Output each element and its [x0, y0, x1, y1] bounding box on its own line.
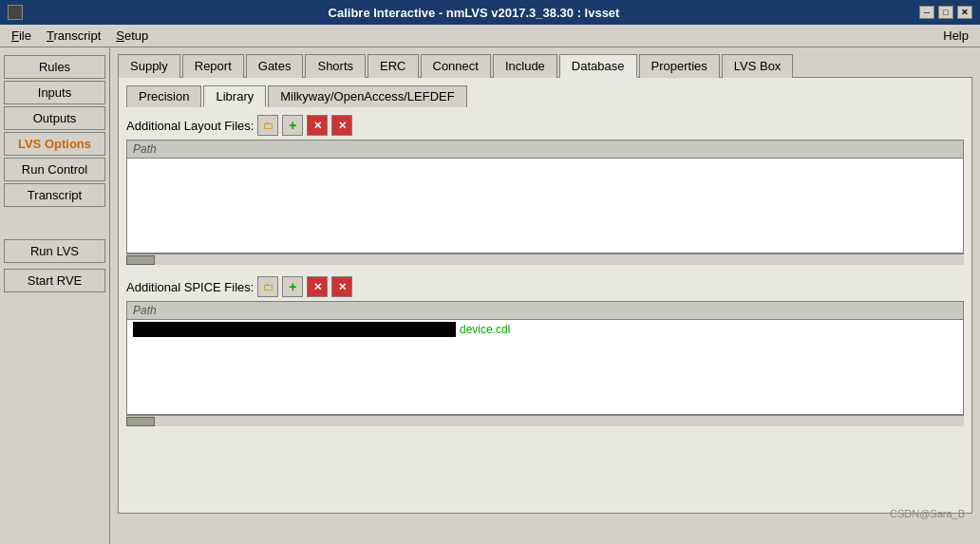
tab-gates[interactable]: Gates	[246, 54, 304, 78]
spice-file-entry: device.cdl	[127, 320, 963, 339]
tab-shorts[interactable]: Shorts	[305, 54, 366, 78]
content-area: Supply Report Gates Shorts ERC Connect I…	[110, 47, 980, 544]
sub-tabs: Precision Library Milkyway/OpenAccess/LE…	[126, 85, 964, 107]
spice-path-header: Path	[127, 302, 963, 320]
layout-folder-button[interactable]: 🗀	[257, 115, 278, 136]
spice-files-section: Additional SPICE Files: 🗀 + ✕ ✕ Path dev…	[126, 276, 964, 426]
tab-include[interactable]: Include	[493, 54, 557, 78]
close-button[interactable]: ✕	[957, 6, 972, 19]
layout-files-section: Additional Layout Files: 🗀 + ✕ ✕ Path	[126, 115, 964, 265]
title-icon	[8, 5, 23, 20]
layout-remove-all-button[interactable]: ✕	[331, 115, 352, 136]
spice-add-button[interactable]: +	[282, 276, 303, 297]
tab-erc[interactable]: ERC	[368, 54, 418, 78]
run-lvs-button[interactable]: Run LVS	[4, 239, 105, 263]
layout-add-button[interactable]: +	[282, 115, 303, 136]
layout-remove-button[interactable]: ✕	[307, 115, 328, 136]
spice-remove-button[interactable]: ✕	[307, 276, 328, 297]
subtab-milkyway[interactable]: Milkyway/OpenAccess/LEFDEF	[268, 85, 467, 107]
menu-file[interactable]: File	[4, 27, 39, 45]
watermark: CSDN@Sara_B	[110, 508, 965, 519]
sidebar-item-inputs[interactable]: Inputs	[4, 81, 105, 104]
menu-setup[interactable]: Setup	[108, 27, 156, 45]
subtab-library[interactable]: Library	[203, 85, 266, 107]
start-rve-button[interactable]: Start RVE	[4, 269, 105, 292]
layout-files-list: Path	[126, 140, 964, 253]
sidebar: Rules Inputs Outputs LVS Options Run Con…	[0, 47, 110, 544]
tab-database[interactable]: Database	[559, 54, 637, 78]
tab-supply[interactable]: Supply	[118, 54, 180, 78]
maximize-button[interactable]: □	[938, 6, 953, 19]
main-layout: Rules Inputs Outputs LVS Options Run Con…	[0, 47, 980, 544]
sidebar-item-run-control[interactable]: Run Control	[4, 158, 105, 181]
layout-path-header: Path	[127, 141, 963, 159]
minimize-button[interactable]: ─	[919, 6, 934, 19]
spice-scrollbar-h[interactable]	[126, 415, 964, 426]
spice-folder-button[interactable]: 🗀	[257, 276, 278, 297]
hidden-path	[133, 322, 456, 337]
sidebar-item-rules[interactable]: Rules	[4, 55, 105, 79]
sidebar-item-outputs[interactable]: Outputs	[4, 106, 105, 130]
spice-files-label: Additional SPICE Files: 🗀 + ✕ ✕	[126, 276, 964, 297]
sidebar-item-lvs-options[interactable]: LVS Options	[4, 132, 105, 156]
layout-scrollbar-h[interactable]	[126, 253, 964, 265]
spice-remove-all-button[interactable]: ✕	[331, 276, 352, 297]
window-title: Calibre Interactive - nmLVS v2017.3_38.3…	[28, 6, 919, 20]
menu-help[interactable]: Help	[935, 27, 976, 45]
main-panel: Precision Library Milkyway/OpenAccess/LE…	[118, 77, 972, 514]
top-tabs: Supply Report Gates Shorts ERC Connect I…	[118, 53, 972, 77]
tab-connect[interactable]: Connect	[421, 54, 491, 78]
sidebar-item-transcript[interactable]: Transcript	[4, 183, 105, 207]
layout-files-label: Additional Layout Files: 🗀 + ✕ ✕	[126, 115, 964, 136]
spice-files-list: Path device.cdl	[126, 301, 964, 415]
spice-scrollbar-thumb[interactable]	[126, 417, 155, 426]
menu-transcript[interactable]: Transcript	[39, 27, 108, 45]
layout-scrollbar-thumb[interactable]	[126, 255, 155, 265]
tab-report[interactable]: Report	[182, 54, 244, 78]
tab-lvs-box[interactable]: LVS Box	[722, 54, 794, 78]
cdl-filename: device.cdl	[460, 323, 510, 336]
menubar: File Transcript Setup Help	[0, 25, 980, 47]
titlebar: Calibre Interactive - nmLVS v2017.3_38.3…	[0, 0, 980, 25]
tab-properties[interactable]: Properties	[639, 54, 720, 78]
subtab-precision[interactable]: Precision	[126, 85, 201, 107]
